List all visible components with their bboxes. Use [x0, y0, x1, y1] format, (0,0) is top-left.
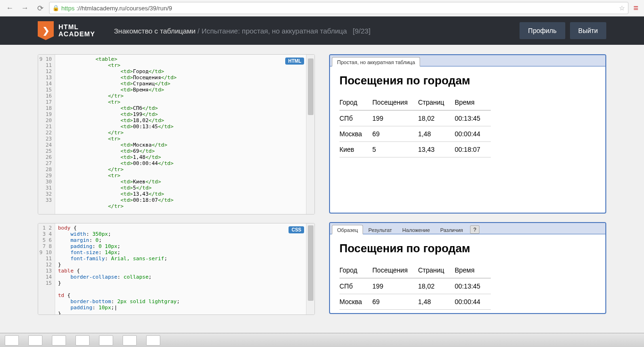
help-button[interactable]: ? — [470, 225, 479, 234]
table-row: Москва691,4800:00:44 — [339, 294, 491, 310]
taskbar-item[interactable] — [75, 335, 90, 346]
reference-body: Посещения по городам ГородПосещенияСтран… — [330, 234, 605, 314]
logo-line2: ACADEMY — [58, 31, 95, 38]
bookmark-icon[interactable]: ☆ — [619, 4, 625, 12]
app-header: ❯ HTML ACADEMY Знакомство с таблицами / … — [0, 17, 644, 45]
main-content: HTML 9 10 11 12 13 14 15 16 17 18 19 20 … — [0, 45, 644, 347]
css-code-body[interactable]: body { width: 350px; margin: 0; padding:… — [55, 223, 306, 314]
table-cell: 69 — [372, 126, 418, 142]
table-row: Киев513,4300:18:07 — [339, 142, 491, 157]
html-badge: HTML — [285, 58, 304, 65]
col-header: Город — [339, 95, 372, 110]
table-cell: 1,48 — [418, 126, 455, 142]
table-cell: 00:13:45 — [454, 278, 491, 294]
breadcrumb-course[interactable]: Знакомство с таблицами — [114, 27, 196, 35]
logo-text: HTML ACADEMY — [58, 24, 95, 38]
reference-heading: Посещения по городам — [339, 242, 596, 255]
table-cell: СПб — [339, 110, 372, 126]
taskbar-item[interactable] — [99, 335, 113, 346]
editors-column: HTML 9 10 11 12 13 14 15 16 17 18 19 20 … — [38, 54, 315, 338]
result-tab[interactable]: Простая, но аккуратная таблица — [332, 57, 420, 66]
logo[interactable]: ❯ HTML ACADEMY — [38, 21, 95, 40]
tab-overlay[interactable]: Наложение — [397, 225, 435, 234]
hamburger-icon[interactable]: ≡ — [631, 3, 640, 13]
table-cell: СПб — [339, 278, 372, 294]
tab-result[interactable]: Результат — [363, 225, 397, 234]
logout-button[interactable]: Выйти — [570, 22, 606, 39]
breadcrumb: Знакомство с таблицами / Испытание: прос… — [114, 27, 371, 35]
reference-table: ГородПосещенияСтраницВремяСПб19918,0200:… — [339, 263, 491, 310]
html-code-body[interactable]: <table> <tr> <td>Город</td> <td>Посещени… — [55, 55, 306, 214]
os-taskbar — [0, 333, 644, 347]
task-counter: [9/23] — [353, 27, 371, 35]
table-cell: 199 — [372, 110, 418, 126]
table-cell: 00:18:07 — [454, 142, 491, 157]
result-body: Посещения по городам ГородПосещенияСтран… — [330, 66, 605, 165]
css-gutter: 1 2 3 4 5 6 7 8 9 10 11 12 13 14 15 — [38, 223, 55, 314]
col-header: Страниц — [418, 95, 455, 110]
css-scrollbar[interactable] — [306, 223, 314, 314]
reload-button[interactable]: ⟳ — [34, 2, 46, 14]
html-scrollbar[interactable] — [306, 55, 314, 214]
table-cell: 5 — [372, 142, 418, 157]
html-gutter: 9 10 11 12 13 14 15 16 17 18 19 20 21 22… — [38, 55, 55, 214]
table-cell: 18,02 — [418, 110, 455, 126]
result-heading: Посещения по городам — [339, 74, 596, 87]
back-button[interactable]: ← — [4, 2, 16, 14]
col-header: Город — [339, 263, 372, 278]
table-cell: 199 — [372, 278, 418, 294]
table-row: СПб19918,0200:13:45 — [339, 278, 491, 294]
col-header: Время — [454, 263, 491, 278]
result-preview: Простая, но аккуратная таблица Посещения… — [329, 54, 606, 214]
table-cell: Киев — [339, 142, 372, 157]
col-header: Посещения — [372, 263, 418, 278]
taskbar-item[interactable] — [28, 335, 42, 346]
address-bar[interactable]: 🔒 https://htmlacademy.ru/courses/39/run/… — [49, 2, 628, 14]
reference-tabbar: Образец Результат Наложение Различия ? — [330, 223, 605, 234]
table-row: Москва691,4800:00:44 — [339, 126, 491, 142]
result-tabbar: Простая, но аккуратная таблица — [330, 55, 605, 66]
taskbar-item[interactable] — [5, 335, 19, 346]
table-cell: 69 — [372, 294, 418, 310]
css-editor[interactable]: CSS 1 2 3 4 5 6 7 8 9 10 11 12 13 14 15 … — [38, 223, 315, 315]
breadcrumb-sep: / — [196, 27, 202, 35]
url-scheme: https — [61, 5, 74, 12]
table-cell: Москва — [339, 126, 372, 142]
taskbar-item[interactable] — [52, 335, 66, 346]
table-cell: 00:00:44 — [454, 294, 491, 310]
col-header: Страниц — [418, 263, 455, 278]
taskbar-item[interactable] — [146, 335, 160, 346]
table-cell: Москва — [339, 294, 372, 310]
reference-preview: Образец Результат Наложение Различия ? П… — [329, 222, 606, 314]
table-cell: 00:00:44 — [454, 126, 491, 142]
logo-shield-icon: ❯ — [38, 21, 54, 40]
logo-line1: HTML — [58, 24, 95, 31]
result-table: ГородПосещенияСтраницВремяСПб19918,0200:… — [339, 95, 491, 157]
browser-toolbar: ← → ⟳ 🔒 https://htmlacademy.ru/courses/3… — [0, 0, 644, 17]
forward-button[interactable]: → — [19, 2, 31, 14]
col-header: Время — [454, 95, 491, 110]
tab-diff[interactable]: Различия — [435, 225, 468, 234]
taskbar-item[interactable] — [123, 335, 137, 346]
col-header: Посещения — [372, 95, 418, 110]
table-cell: 00:13:45 — [454, 110, 491, 126]
url-path: ://htmlacademy.ru/courses/39/run/9 — [76, 5, 172, 12]
table-cell: 1,48 — [418, 294, 455, 310]
css-badge: CSS — [289, 226, 304, 233]
lock-icon: 🔒 — [52, 5, 59, 11]
table-cell: 13,43 — [418, 142, 455, 157]
breadcrumb-task: Испытание: простая, но аккуратная таблиц… — [201, 27, 347, 35]
profile-button[interactable]: Профиль — [520, 22, 565, 39]
preview-column: Простая, но аккуратная таблица Посещения… — [329, 54, 606, 338]
html-editor[interactable]: HTML 9 10 11 12 13 14 15 16 17 18 19 20 … — [38, 54, 315, 215]
table-cell: 18,02 — [418, 278, 455, 294]
tab-sample[interactable]: Образец — [332, 225, 363, 234]
table-row: СПб19918,0200:13:45 — [339, 110, 491, 126]
